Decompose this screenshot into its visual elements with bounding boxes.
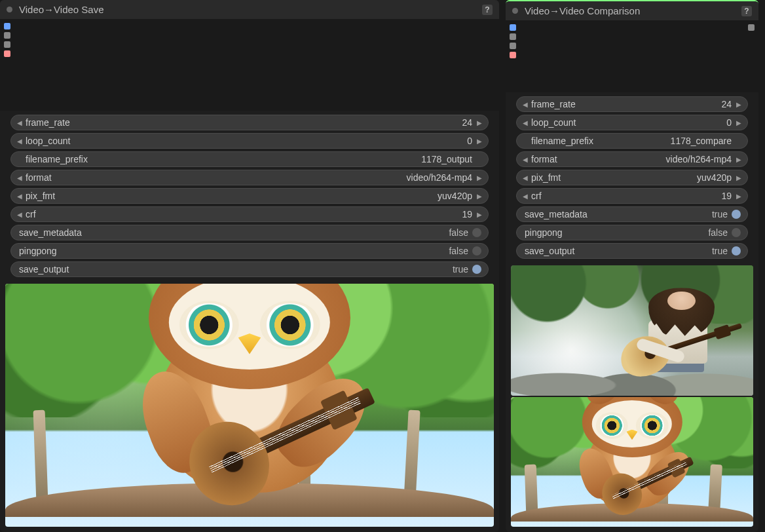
panel-header[interactable]: Video→Video Save ?: [0, 0, 499, 19]
param-frame_rate[interactable]: ◀frame_rate24▶: [10, 115, 489, 130]
param-crf[interactable]: ◀crf19▶: [10, 206, 489, 222]
param-value[interactable]: video/h264-mp4: [407, 172, 475, 183]
toggle-switch[interactable]: [472, 265, 481, 274]
param-value: false: [449, 246, 468, 256]
param-save_output[interactable]: save_outputtrue: [10, 261, 489, 277]
decrement-icon[interactable]: ◀: [521, 156, 530, 163]
decrement-icon[interactable]: ◀: [521, 174, 530, 181]
param-loop_count[interactable]: ◀loop_count0▶: [516, 115, 748, 130]
param-value: false: [449, 227, 468, 238]
toggle-switch[interactable]: [472, 228, 481, 237]
param-value[interactable]: 24: [721, 99, 734, 109]
param-frame_rate[interactable]: ◀frame_rate24▶: [516, 96, 748, 112]
help-icon[interactable]: ?: [741, 6, 752, 16]
port-input-1[interactable]: [4, 23, 10, 29]
port-input-3[interactable]: [4, 41, 10, 48]
param-value: true: [453, 264, 468, 275]
video-preview[interactable]: [5, 284, 494, 527]
param-label: frame_rate: [24, 117, 70, 128]
param-label: save_metadata: [525, 209, 712, 219]
port-output-1[interactable]: [748, 24, 755, 31]
param-pix_fmt[interactable]: ◀pix_fmtyuv420p▶: [10, 188, 489, 204]
param-value[interactable]: video/h264-mp4: [666, 154, 734, 164]
param-label: pix_fmt: [24, 191, 55, 201]
increment-icon[interactable]: ▶: [734, 101, 743, 108]
param-value[interactable]: 1178_compare: [671, 136, 734, 146]
person-scene-image: [511, 265, 753, 396]
param-pingpong[interactable]: pingpongfalse: [10, 243, 489, 259]
port-strip: [0, 19, 499, 58]
comparison-preview-bottom[interactable]: [511, 397, 753, 527]
param-value: true: [712, 246, 728, 256]
param-value[interactable]: 0: [726, 117, 734, 128]
spacer: [506, 60, 758, 92]
port-input-4[interactable]: [510, 52, 516, 58]
toggle-switch[interactable]: [732, 210, 741, 219]
panel-title: Video→Video Save: [19, 4, 104, 15]
param-value[interactable]: yuv420p: [438, 191, 475, 201]
increment-icon[interactable]: ▶: [475, 211, 484, 218]
port-input-1[interactable]: [510, 24, 516, 31]
port-input-2[interactable]: [4, 32, 10, 39]
param-value[interactable]: 24: [462, 117, 475, 128]
increment-icon[interactable]: ▶: [734, 119, 743, 126]
param-filename_prefix[interactable]: filename_prefix1178_output: [10, 151, 489, 167]
param-value[interactable]: 1178_output: [421, 154, 475, 164]
decrement-icon[interactable]: ◀: [15, 138, 24, 145]
port-input-3[interactable]: [510, 43, 516, 49]
param-pingpong[interactable]: pingpongfalse: [516, 225, 748, 240]
param-value[interactable]: 0: [467, 136, 475, 146]
increment-icon[interactable]: ▶: [475, 174, 484, 181]
panel-title: Video→Video Comparison: [525, 5, 640, 16]
param-save_output[interactable]: save_outputtrue: [516, 243, 748, 259]
param-value[interactable]: 19: [462, 209, 475, 219]
param-label: pingpong: [19, 246, 449, 256]
param-label: pingpong: [525, 227, 708, 238]
decrement-icon[interactable]: ◀: [521, 193, 530, 200]
increment-icon[interactable]: ▶: [734, 156, 743, 163]
param-label: save_metadata: [19, 227, 449, 238]
increment-icon[interactable]: ▶: [734, 174, 743, 181]
decrement-icon[interactable]: ◀: [15, 174, 24, 181]
param-crf[interactable]: ◀crf19▶: [516, 188, 748, 204]
param-format[interactable]: ◀formatvideo/h264-mp4▶: [10, 170, 489, 185]
port-input-2[interactable]: [510, 33, 516, 40]
increment-icon[interactable]: ▶: [475, 138, 484, 145]
panel-dot-icon: [512, 8, 518, 14]
param-label: filename_prefix: [530, 136, 593, 146]
panel-header[interactable]: Video→Video Comparison ?: [506, 1, 758, 20]
decrement-icon[interactable]: ◀: [521, 119, 530, 126]
params-list-left: ◀frame_rate24▶◀loop_count0▶filename_pref…: [0, 111, 499, 284]
toggle-switch[interactable]: [732, 246, 741, 256]
param-value[interactable]: yuv420p: [697, 172, 734, 183]
help-icon[interactable]: ?: [482, 5, 493, 15]
param-label: save_output: [19, 264, 453, 275]
panel-dot-icon: [7, 7, 12, 12]
comparison-preview-top[interactable]: [511, 265, 753, 396]
port-input-4[interactable]: [4, 50, 10, 57]
decrement-icon[interactable]: ◀: [521, 101, 530, 108]
param-value[interactable]: 19: [721, 191, 734, 201]
increment-icon[interactable]: ▶: [475, 119, 484, 126]
increment-icon[interactable]: ▶: [734, 193, 743, 200]
param-format[interactable]: ◀formatvideo/h264-mp4▶: [516, 151, 748, 167]
param-pix_fmt[interactable]: ◀pix_fmtyuv420p▶: [516, 170, 748, 185]
spacer: [0, 58, 499, 111]
param-save_metadata[interactable]: save_metadatatrue: [516, 206, 748, 222]
param-label: format: [24, 172, 52, 183]
video-comparison-panel: Video→Video Comparison ? ◀frame_rate24▶◀…: [506, 0, 758, 532]
param-loop_count[interactable]: ◀loop_count0▶: [10, 133, 489, 149]
param-label: crf: [530, 191, 542, 201]
comparison-preview-stack: [511, 265, 753, 527]
increment-icon[interactable]: ▶: [475, 193, 484, 200]
decrement-icon[interactable]: ◀: [15, 211, 24, 218]
param-save_metadata[interactable]: save_metadatafalse: [10, 225, 489, 240]
decrement-icon[interactable]: ◀: [15, 193, 24, 200]
decrement-icon[interactable]: ◀: [15, 119, 24, 126]
toggle-switch[interactable]: [732, 228, 741, 237]
param-filename_prefix[interactable]: filename_prefix1178_compare: [516, 133, 748, 149]
param-label: filename_prefix: [24, 154, 88, 164]
toggle-switch[interactable]: [472, 246, 481, 256]
video-save-panel: Video→Video Save ? ◀frame_rate24▶◀loop_c…: [0, 0, 499, 532]
param-value: false: [708, 227, 728, 238]
